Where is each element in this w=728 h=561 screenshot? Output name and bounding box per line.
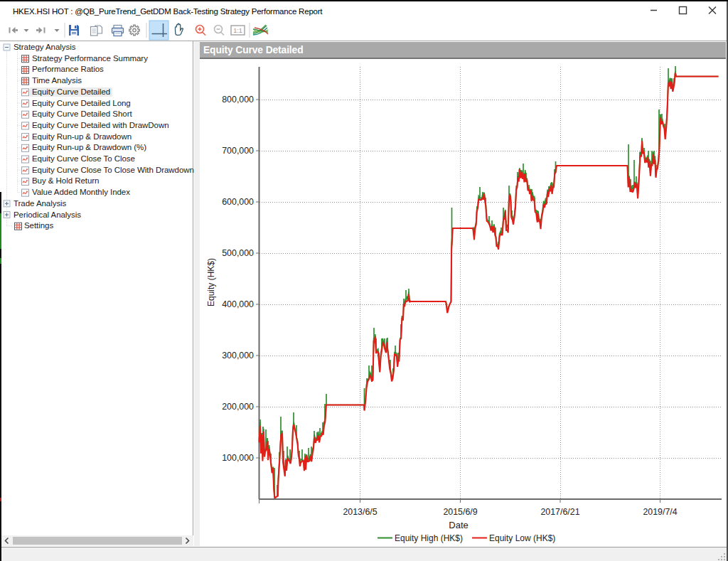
svg-text:Equity High (HK$): Equity High (HK$) xyxy=(395,533,463,543)
svg-text:2017/6/21: 2017/6/21 xyxy=(540,507,579,517)
svg-text:2015/6/9: 2015/6/9 xyxy=(443,507,477,517)
svg-text:100,000: 100,000 xyxy=(222,453,254,463)
svg-text:200,000: 200,000 xyxy=(222,402,254,412)
svg-text:300,000: 300,000 xyxy=(222,351,254,360)
svg-text:800,000: 800,000 xyxy=(222,95,254,105)
svg-text:600,000: 600,000 xyxy=(222,197,254,207)
svg-text:500,000: 500,000 xyxy=(222,248,254,258)
svg-text:700,000: 700,000 xyxy=(222,146,254,156)
svg-text:400,000: 400,000 xyxy=(222,299,254,309)
svg-text:1:1: 1:1 xyxy=(233,27,242,34)
svg-text:Equity Low (HK$): Equity Low (HK$) xyxy=(489,533,555,543)
svg-text:Date: Date xyxy=(449,520,468,530)
svg-text:Equity (HK$): Equity (HK$) xyxy=(206,258,216,306)
svg-text:2019/7/4: 2019/7/4 xyxy=(643,507,677,517)
svg-text:2013/6/5: 2013/6/5 xyxy=(343,507,377,517)
